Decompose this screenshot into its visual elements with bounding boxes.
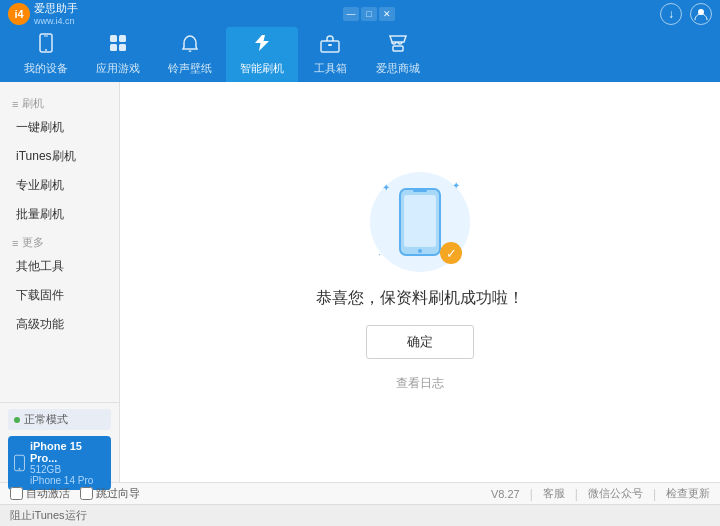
auto-activate-checkbox[interactable]: 自动激活 bbox=[10, 486, 70, 501]
tab-store-label: 爱思商城 bbox=[376, 61, 420, 76]
my-device-icon bbox=[36, 33, 56, 58]
support-link[interactable]: 客服 bbox=[543, 486, 565, 501]
sidebar-item-one-click-flash[interactable]: 一键刷机 bbox=[0, 113, 119, 142]
view-log-link[interactable]: 查看日志 bbox=[396, 375, 444, 392]
divider-3: | bbox=[653, 487, 656, 501]
skip-guide-checkbox[interactable]: 跳过向导 bbox=[80, 486, 140, 501]
sidebar-item-download-firmware[interactable]: 下载固件 bbox=[0, 281, 119, 310]
logo-text-block: 爱思助手 www.i4.cn bbox=[34, 2, 78, 25]
device-panel: 正常模式 iPhone 15 Pro... 512GB iPhone 14 Pr… bbox=[0, 402, 120, 482]
sidebar-section-flash: ≡ 刷机 bbox=[0, 90, 119, 113]
store-icon bbox=[388, 33, 408, 58]
svg-rect-8 bbox=[110, 44, 117, 51]
window-controls: — □ ✕ bbox=[343, 7, 395, 21]
success-container: ✦ ✦ · ✓ 恭喜您，保资料刷机成功啦！ 确定 查看日志 bbox=[316, 172, 524, 392]
svg-rect-9 bbox=[119, 44, 126, 51]
svg-point-5 bbox=[45, 49, 47, 51]
svg-point-17 bbox=[418, 249, 422, 253]
tab-smart-flash-label: 智能刷机 bbox=[240, 61, 284, 76]
sparkle-topleft: ✦ bbox=[382, 182, 390, 193]
mode-label: 正常模式 bbox=[24, 412, 68, 427]
titlebar: i4 爱思助手 www.i4.cn — □ ✕ ↓ bbox=[0, 0, 720, 28]
tab-toolbox[interactable]: 工具箱 bbox=[298, 27, 362, 82]
section-more-label: 更多 bbox=[22, 235, 44, 250]
divider-1: | bbox=[530, 487, 533, 501]
tab-ringtones-label: 铃声壁纸 bbox=[168, 61, 212, 76]
sparkle-topright: ✦ bbox=[452, 180, 460, 191]
close-button[interactable]: ✕ bbox=[379, 7, 395, 21]
footer-right: V8.27 | 客服 | 微信公众号 | 检查更新 bbox=[491, 486, 710, 501]
apps-games-icon bbox=[108, 33, 128, 58]
svg-rect-7 bbox=[119, 35, 126, 42]
auto-activate-input[interactable] bbox=[10, 487, 23, 500]
footer-left: 自动激活 跳过向导 bbox=[10, 486, 483, 501]
tab-apps-games[interactable]: 应用游戏 bbox=[82, 27, 154, 82]
auto-activate-label: 自动激活 bbox=[26, 486, 70, 501]
device-storage: 512GB bbox=[30, 464, 105, 475]
svg-rect-6 bbox=[110, 35, 117, 42]
svg-rect-12 bbox=[393, 46, 403, 51]
sidebar-item-pro-flash[interactable]: 专业刷机 bbox=[0, 171, 119, 200]
mode-indicator: 正常模式 bbox=[8, 409, 111, 430]
svg-point-14 bbox=[19, 468, 21, 470]
svg-rect-16 bbox=[404, 195, 436, 247]
sidebar-item-batch-flash[interactable]: 批量刷机 bbox=[0, 200, 119, 229]
tab-my-device-label: 我的设备 bbox=[24, 61, 68, 76]
sparkle-bottomleft: · bbox=[378, 249, 381, 260]
device-info: iPhone 15 Pro... 512GB iPhone 14 Pro bbox=[30, 440, 105, 486]
sidebar-section-more: ≡ 更多 bbox=[0, 229, 119, 252]
svg-rect-10 bbox=[321, 41, 339, 52]
success-text: 恭喜您，保资料刷机成功啦！ bbox=[316, 288, 524, 309]
version-label: V8.27 bbox=[491, 488, 520, 500]
app-logo: i4 爱思助手 www.i4.cn bbox=[8, 2, 78, 25]
skip-guide-input[interactable] bbox=[80, 487, 93, 500]
section-flash-icon: ≡ bbox=[12, 98, 18, 110]
app-name: 爱思助手 bbox=[34, 2, 78, 15]
minimize-button[interactable]: — bbox=[343, 7, 359, 21]
section-flash-label: 刷机 bbox=[22, 96, 44, 111]
main-content: ✦ ✦ · ✓ 恭喜您，保资料刷机成功啦！ 确定 查看日志 bbox=[120, 82, 720, 482]
section-more-icon: ≡ bbox=[12, 237, 18, 249]
svg-rect-11 bbox=[328, 44, 332, 46]
navbar: 我的设备 应用游戏 铃声壁纸 智能刷机 bbox=[0, 28, 720, 82]
tab-ringtones[interactable]: 铃声壁纸 bbox=[154, 27, 226, 82]
sidebar-item-other-tools[interactable]: 其他工具 bbox=[0, 252, 119, 281]
device-model: iPhone 14 Pro bbox=[30, 475, 105, 486]
sidebar: ≡ 刷机 一键刷机 iTunes刷机 专业刷机 批量刷机 ≡ 更多 其他工具 下… bbox=[0, 82, 120, 402]
phone-illustration: ✦ ✦ · ✓ bbox=[370, 172, 470, 272]
status-bar: 阻止iTunes运行 bbox=[0, 504, 720, 526]
check-badge: ✓ bbox=[440, 242, 462, 264]
ringtones-icon bbox=[180, 33, 200, 58]
itunes-status-text: 阻止iTunes运行 bbox=[10, 508, 87, 523]
confirm-button[interactable]: 确定 bbox=[366, 325, 474, 359]
device-name: iPhone 15 Pro... bbox=[30, 440, 105, 464]
titlebar-right: ↓ bbox=[660, 3, 712, 25]
user-button[interactable] bbox=[690, 3, 712, 25]
wechat-link[interactable]: 微信公众号 bbox=[588, 486, 643, 501]
tab-store[interactable]: 爱思商城 bbox=[362, 27, 434, 82]
tab-my-device[interactable]: 我的设备 bbox=[10, 27, 82, 82]
svg-text:i4: i4 bbox=[14, 8, 24, 20]
skip-guide-label: 跳过向导 bbox=[96, 486, 140, 501]
footer: 自动激活 跳过向导 V8.27 | 客服 | 微信公众号 | 检查更新 bbox=[0, 482, 720, 504]
check-update-link[interactable]: 检查更新 bbox=[666, 486, 710, 501]
tab-apps-games-label: 应用游戏 bbox=[96, 61, 140, 76]
logo-icon: i4 bbox=[8, 3, 30, 25]
download-button[interactable]: ↓ bbox=[660, 3, 682, 25]
device-phone-icon bbox=[14, 454, 25, 472]
mode-dot bbox=[14, 417, 20, 423]
divider-2: | bbox=[575, 487, 578, 501]
sidebar-item-advanced[interactable]: 高级功能 bbox=[0, 310, 119, 339]
sidebar-item-itunes-flash[interactable]: iTunes刷机 bbox=[0, 142, 119, 171]
maximize-button[interactable]: □ bbox=[361, 7, 377, 21]
tab-smart-flash[interactable]: 智能刷机 bbox=[226, 27, 298, 82]
smart-flash-icon bbox=[252, 33, 272, 58]
device-card[interactable]: iPhone 15 Pro... 512GB iPhone 14 Pro bbox=[8, 436, 111, 490]
app-url: www.i4.cn bbox=[34, 16, 78, 26]
toolbox-icon bbox=[320, 33, 340, 58]
tab-toolbox-label: 工具箱 bbox=[314, 61, 347, 76]
phone-svg bbox=[395, 187, 445, 257]
